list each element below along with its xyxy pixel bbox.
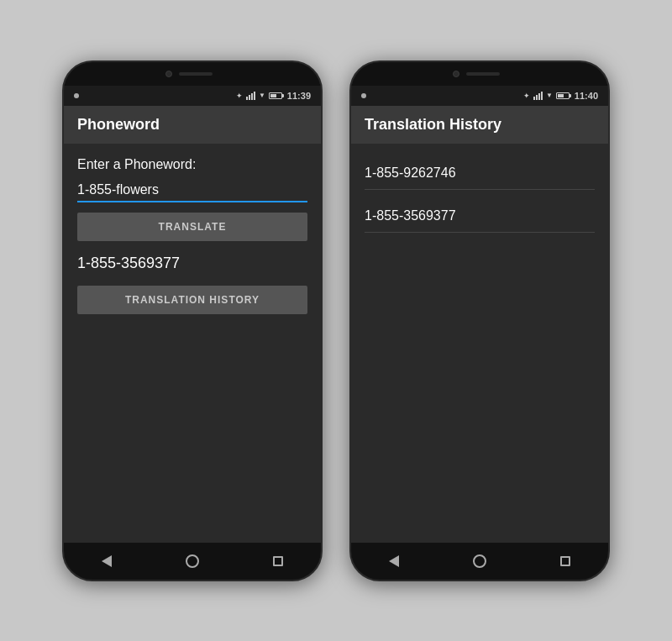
- signal-bars-2: [533, 92, 543, 100]
- input-row-1: Enter a Phoneword:: [77, 157, 307, 202]
- home-button-1[interactable]: [182, 551, 202, 571]
- camera-2: [453, 71, 459, 77]
- time-1: 11:39: [287, 91, 311, 101]
- enter-label: Enter a Phoneword:: [77, 157, 307, 172]
- bluetooth-icon-1: ✦: [236, 92, 243, 100]
- recents-button-1[interactable]: [268, 551, 288, 571]
- status-dot-2: [361, 93, 366, 98]
- battery-fill-2: [558, 94, 564, 97]
- app-bar-2: Translation History: [351, 106, 608, 144]
- battery-2: [556, 92, 571, 99]
- app-screen-1: Phoneword Enter a Phoneword: TRANSLATE 1…: [64, 106, 321, 543]
- status-left-2: [361, 93, 366, 98]
- history-item-2: 1-855-3569377: [365, 200, 595, 233]
- nav-bar-2: [351, 543, 608, 580]
- status-bar-2: ✦ ▼ 11:40: [351, 86, 608, 106]
- history-title: Translation History: [365, 116, 501, 133]
- home-icon-2: [473, 554, 486, 568]
- recents-button-2[interactable]: [555, 551, 575, 571]
- nav-bar-1: [64, 543, 321, 580]
- phoneword-input[interactable]: [77, 179, 307, 202]
- square-icon-2: [560, 556, 570, 566]
- battery-fill-1: [270, 94, 276, 97]
- battery-body-2: [556, 92, 570, 99]
- bar4: [541, 92, 543, 100]
- status-dot-1: [74, 93, 79, 98]
- bar2: [249, 95, 250, 100]
- status-right-2: ✦ ▼ 11:40: [523, 91, 598, 101]
- battery-tip-2: [570, 94, 571, 97]
- square-icon-1: [273, 556, 283, 566]
- app-content-2: 1-855-9262746 1-855-3569377: [351, 144, 608, 543]
- back-icon-2: [389, 555, 399, 567]
- signal-bars-1: [246, 92, 255, 100]
- phone-top-1: [64, 62, 321, 86]
- app-bar-1: Phoneword: [64, 106, 321, 144]
- network-icon-1: ▼: [259, 92, 265, 99]
- network-icon-2: ▼: [546, 92, 553, 99]
- status-bar-1: ✦ ▼ 11:39: [64, 86, 321, 106]
- bar4: [254, 92, 255, 100]
- time-2: 11:40: [575, 91, 598, 101]
- status-left-1: [74, 93, 79, 98]
- phones-container: ✦ ▼ 11:39 Phoneword: [62, 60, 610, 581]
- phone-1: ✦ ▼ 11:39 Phoneword: [62, 60, 323, 581]
- battery-tip-1: [282, 94, 284, 97]
- battery-body-1: [269, 92, 282, 99]
- phone-top-2: [351, 62, 608, 86]
- bar1: [533, 97, 535, 100]
- speaker-2: [466, 72, 500, 76]
- status-right-1: ✦ ▼ 11:39: [236, 91, 311, 101]
- translated-number: 1-855-3569377: [77, 251, 307, 276]
- history-item-1: 1-855-9262746: [365, 157, 595, 190]
- bar1: [246, 97, 248, 100]
- translate-button[interactable]: TRANSLATE: [77, 213, 307, 241]
- back-button-1[interactable]: [97, 551, 117, 571]
- camera-1: [165, 71, 172, 77]
- back-button-2[interactable]: [384, 551, 404, 571]
- bar3: [251, 93, 253, 100]
- speaker-1: [179, 72, 213, 76]
- bar2: [536, 95, 538, 100]
- phone-2: ✦ ▼ 11:40 Translation His: [349, 60, 610, 581]
- history-button[interactable]: TRANSLATION HISTORY: [77, 286, 307, 314]
- app-screen-2: Translation History 1-855-9262746 1-855-…: [351, 106, 608, 543]
- bluetooth-icon-2: ✦: [523, 92, 530, 100]
- battery-1: [269, 92, 284, 99]
- bar3: [538, 93, 540, 100]
- home-icon-1: [186, 554, 199, 568]
- app-content-1: Enter a Phoneword: TRANSLATE 1-855-35693…: [64, 144, 321, 543]
- back-icon-1: [102, 555, 112, 567]
- app-title-1: Phoneword: [77, 116, 160, 133]
- home-button-2[interactable]: [470, 551, 490, 571]
